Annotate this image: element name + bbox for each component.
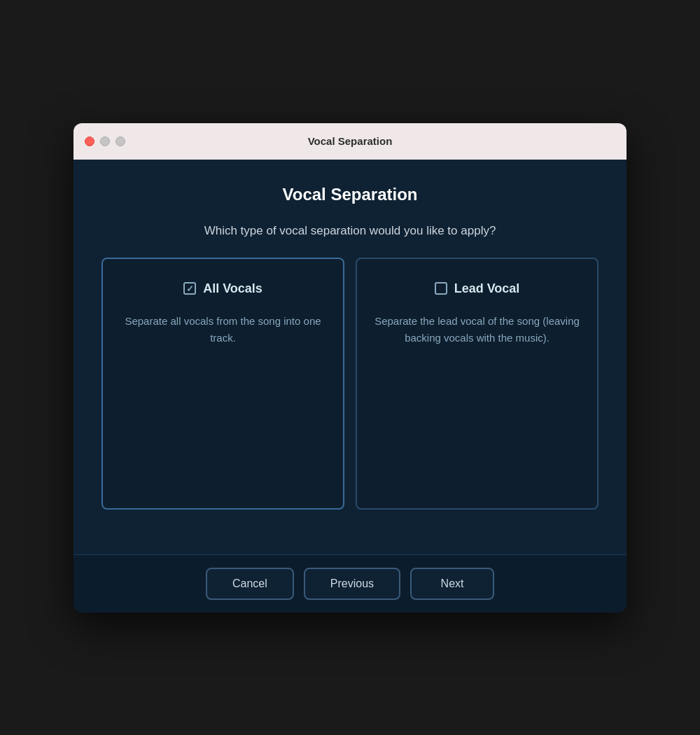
dialog-title: Vocal Separation (102, 185, 598, 204)
lead-vocal-description: Separate the lead vocal of the song (lea… (374, 313, 580, 346)
all-vocals-checkbox[interactable] (183, 282, 196, 295)
dialog-question: Which type of vocal separation would you… (102, 224, 598, 238)
dialog-content: Vocal Separation Which type of vocal sep… (74, 160, 626, 554)
maximize-button[interactable] (115, 136, 125, 146)
traffic-lights (85, 136, 125, 146)
close-button[interactable] (85, 136, 94, 146)
next-button[interactable]: Next (410, 568, 494, 600)
all-vocals-label: All Vocals (203, 281, 262, 296)
dialog-footer: Cancel Previous Next (74, 554, 626, 612)
lead-vocal-checkbox[interactable] (435, 282, 447, 295)
minimize-button[interactable] (100, 136, 110, 146)
lead-vocal-checkbox-row: Lead Vocal (435, 281, 520, 296)
previous-button[interactable]: Previous (304, 568, 400, 600)
titlebar-title: Vocal Separation (308, 135, 393, 147)
options-row: All Vocals Separate all vocals from the … (102, 258, 598, 510)
lead-vocal-label: Lead Vocal (454, 281, 520, 296)
all-vocals-description: Separate all vocals from the song into o… (120, 313, 326, 346)
vocal-separation-dialog: Vocal Separation Vocal Separation Which … (74, 123, 626, 612)
lead-vocal-option[interactable]: Lead Vocal Separate the lead vocal of th… (356, 258, 598, 510)
all-vocals-option[interactable]: All Vocals Separate all vocals from the … (102, 258, 344, 510)
titlebar: Vocal Separation (74, 123, 626, 160)
cancel-button[interactable]: Cancel (206, 568, 294, 600)
all-vocals-checkbox-row: All Vocals (183, 281, 262, 296)
